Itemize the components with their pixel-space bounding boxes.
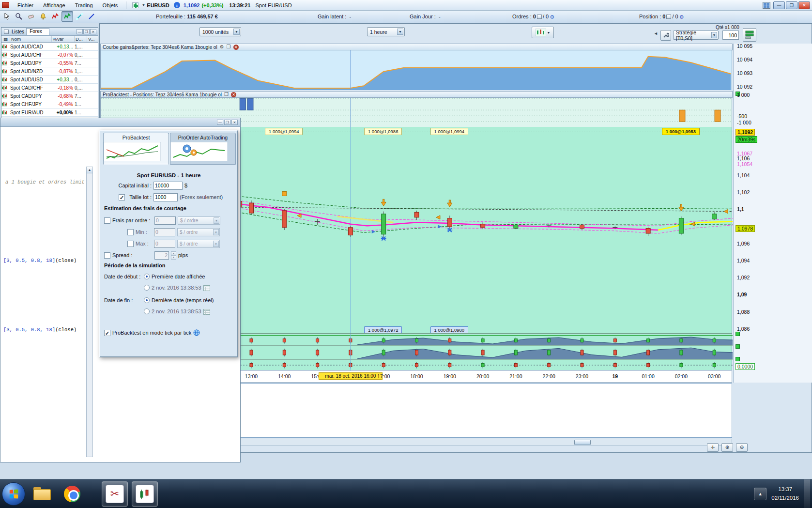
lists-header[interactable]: ▦ Nom %Var D... V... [1, 36, 98, 43]
workspace-grid-icon[interactable] [763, 2, 770, 9]
fee-unit-select[interactable]: $ / ordre▼ [178, 216, 220, 225]
orders-settings-icon[interactable]: ⚙ [550, 14, 554, 20]
list-item[interactable]: Spot AUD/CAD+0,13...1,... [1, 43, 98, 51]
instrument-chart-icon [1, 102, 10, 107]
list-item[interactable]: Spot AUD/CHF-0,07%0,... [1, 51, 98, 59]
end-custom-date-radio[interactable] [144, 308, 150, 314]
min-input[interactable] [154, 228, 175, 236]
lists-titlebar[interactable]: Listes Forex — ❐ ✕ [1, 28, 98, 36]
maximize-icon[interactable]: ❐ [224, 120, 230, 125]
positions-panel-header[interactable]: ProBacktest - Positions: Tepz 30/4es6 Ka… [100, 91, 733, 98]
tab-probacktest[interactable]: ProBacktest [103, 133, 169, 165]
tab-forex[interactable]: Forex [26, 28, 49, 35]
start-custom-date-radio[interactable] [144, 285, 150, 291]
fee-order-checkbox[interactable]: ✓ [104, 217, 110, 224]
start-first-date-radio[interactable] [144, 274, 150, 279]
menu-fichier[interactable]: Fichier [13, 1, 38, 9]
trendline-cyan-icon[interactable] [74, 11, 85, 22]
show-desktop-button[interactable] [804, 479, 810, 508]
max-checkbox[interactable]: ✓ [127, 241, 134, 247]
spread-stepper[interactable]: ▲▼ [171, 251, 176, 260]
tick-mode-label: ProBacktest en mode tick par tick [112, 330, 191, 336]
instrument-selector[interactable]: ▼ EURUSD [130, 2, 171, 9]
code-window-titlebar[interactable]: — ❐ ✕ [0, 118, 240, 127]
taskbar-clock[interactable]: 13:3702/11/2016 [771, 485, 799, 502]
end-realtime-radio[interactable] [144, 297, 150, 303]
spread-checkbox[interactable]: ✓ [104, 252, 110, 259]
info-icon[interactable]: i [174, 2, 180, 8]
list-item[interactable]: Spot CAD/JPY-0,68%7... [1, 92, 98, 100]
list-item[interactable]: Spot AUD/USD+0,33...0,... [1, 76, 98, 84]
position-settings-icon[interactable]: ⚙ [679, 14, 684, 20]
units-select[interactable]: 1000 unités▼ [199, 27, 241, 36]
pan-chart-button[interactable]: ✛ [707, 443, 719, 452]
trendline-blue-icon[interactable] [86, 11, 97, 22]
list-item[interactable]: Spot EUR/AUD+0,00%1... [1, 108, 98, 117]
min-unit-select[interactable]: $ / ordre▼ [177, 228, 220, 236]
capital-input[interactable] [153, 182, 183, 190]
timeframe-select[interactable]: 1 heure▼ [367, 27, 405, 36]
taskbar-chrome[interactable] [59, 481, 85, 507]
lot-checkbox[interactable]: ✓ [119, 194, 125, 200]
list-item[interactable]: Spot AUD/NZD-0,87%1,... [1, 67, 98, 76]
taskbar-snipping-tool[interactable]: ✂ [102, 481, 128, 507]
wrench-icon[interactable]: ⚙ [220, 45, 224, 49]
spread-input[interactable] [154, 251, 169, 260]
vertical-scrollbar[interactable]: ▲ [86, 167, 93, 457]
menu-trading[interactable]: Trading [71, 1, 97, 9]
orders-list-icon[interactable] [537, 15, 542, 19]
tray-expand-icon[interactable]: ▲ [754, 488, 766, 500]
calendar-icon[interactable] [203, 308, 210, 315]
zoom-tool-icon[interactable] [13, 11, 25, 22]
list-item[interactable]: Spot AUD/JPY-0,55%7... [1, 59, 98, 67]
indicator-red-icon[interactable] [49, 11, 61, 22]
columns-icon[interactable]: ▦ [1, 36, 10, 42]
max-unit-select[interactable]: $ / ordre▼ [177, 240, 220, 248]
window-icon[interactable]: ❐ [227, 45, 231, 49]
maximize-button[interactable]: ❐ [786, 1, 797, 9]
tick-mode-checkbox[interactable]: ✓ [104, 330, 110, 336]
scrollbar-thumb[interactable] [574, 440, 591, 445]
minimize-button[interactable]: — [773, 1, 785, 9]
list-item[interactable]: Spot CHF/JPY-0,49%1... [1, 100, 98, 108]
lot-input[interactable] [153, 193, 178, 201]
indicator-green-icon[interactable] [61, 11, 73, 22]
zoom-in-button[interactable]: ⊕ [721, 443, 733, 452]
instrument-chart-icon [1, 93, 10, 99]
time-axis-label: 14:00 [270, 373, 299, 379]
close-icon[interactable]: ✕ [90, 29, 96, 34]
collapse-arrow[interactable]: ◄ [654, 31, 658, 36]
list-item[interactable]: Spot CAD/CHF-0,18%0,... [1, 84, 98, 92]
gains-panel-header[interactable]: Courbe gains&pertes: Tepz 30/4es6 Kama 1… [100, 44, 733, 50]
time-axis-label: 22:00 [535, 373, 564, 379]
close-icon[interactable]: ✕ [233, 45, 239, 50]
minimize-icon[interactable]: — [217, 120, 223, 125]
taskbar-trading-app[interactable] [132, 481, 158, 507]
close-icon[interactable]: ✕ [231, 92, 236, 97]
fee-order-input[interactable] [154, 216, 176, 225]
taskbar-explorer[interactable] [29, 481, 55, 507]
strategy-select[interactable]: Stratégie [T0,S0]▼ [673, 31, 719, 40]
start-button[interactable] [2, 482, 25, 506]
zoom-out-button[interactable]: ⊖ [736, 443, 748, 452]
maximize-icon[interactable]: ❐ [83, 29, 90, 34]
menu-affichage[interactable]: Affichage [39, 1, 70, 9]
eraser-tool-icon[interactable] [25, 11, 37, 22]
strategy-settings-button[interactable] [660, 30, 671, 41]
tab-proorder-autotrading[interactable]: ProOrder AutoTrading [170, 133, 236, 165]
min-checkbox[interactable]: ✓ [127, 229, 134, 235]
minimize-icon[interactable]: — [77, 29, 83, 34]
alert-tool-icon[interactable] [37, 11, 49, 22]
close-icon[interactable]: ✕ [231, 120, 238, 125]
cursor-tool-icon[interactable] [1, 11, 13, 22]
calendar-icon[interactable] [203, 285, 210, 291]
chart-type-button[interactable]: ▼ [532, 27, 554, 38]
qty-input[interactable] [722, 31, 739, 40]
scroll-up-icon[interactable]: ▲ [87, 167, 92, 173]
close-button[interactable]: ✕ [798, 1, 810, 9]
menu-objets[interactable]: Objets [98, 1, 123, 9]
positions-panel-button[interactable] [743, 28, 756, 42]
window-icon[interactable]: ❐ [224, 92, 229, 97]
position-list-icon[interactable] [666, 15, 671, 19]
max-input[interactable] [154, 240, 175, 248]
